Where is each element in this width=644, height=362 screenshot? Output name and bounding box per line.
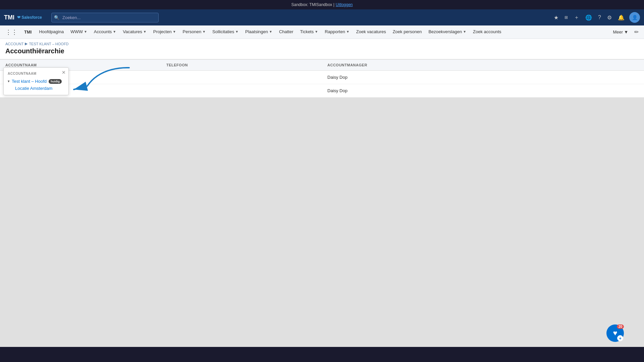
menu-item-zoek-accounts[interactable]: Zoek accounts (470, 25, 505, 39)
search-bar[interactable]: 🔍 (51, 13, 159, 22)
search-input[interactable] (51, 13, 159, 22)
notification-count-badge: 20 (617, 324, 624, 329)
breadcrumb-test-klant[interactable]: TEST KLANT – HOOFD (29, 42, 68, 46)
add-icon[interactable]: ＋ (573, 13, 581, 22)
col-header-accountmanager: ACCOUNTMANAGER (322, 60, 644, 71)
bottom-bar (0, 347, 644, 362)
menu-item-meer[interactable]: Meer ▼ (610, 28, 632, 36)
notification-fab[interactable]: ♥ + 20 (606, 324, 624, 342)
breadcrumb-separator: ▶ (25, 42, 28, 46)
grid-icon[interactable]: ⊞ (563, 14, 569, 21)
breadcrumb-bar: ACCOUNT ▶ TEST KLANT – HOOFD Accounthiër… (0, 39, 644, 59)
avatar[interactable]: 👤 (629, 12, 640, 23)
menu-item-personen[interactable]: Personen ▼ (179, 25, 209, 39)
chevron-down-icon: ▼ (173, 30, 176, 34)
breadcrumb: ACCOUNT ▶ TEST KLANT – HOOFD (5, 42, 639, 46)
col-header-telefoon: TELEFOON (161, 60, 322, 71)
menu-item-vacatures[interactable]: Vacatures ▼ (119, 25, 150, 39)
edit-nav-icon[interactable]: ✏ (632, 27, 641, 37)
chevron-down-icon: ▼ (113, 30, 116, 34)
menu-item-www[interactable]: WWW ▼ (67, 25, 91, 39)
plus-icon: + (617, 335, 623, 341)
cell-telefoon-1 (161, 71, 322, 84)
sandbox-text: Sandbox: TMISandbox | (291, 2, 334, 7)
close-icon[interactable]: ✕ (62, 70, 66, 75)
chevron-down-icon: ▼ (143, 30, 147, 34)
page-title: Accounthiërarchie (5, 46, 639, 58)
bell-icon[interactable]: 🔔 (616, 13, 626, 22)
menu-item-zoek-vacatures[interactable]: Zoek vacatures (353, 25, 389, 39)
settings-icon[interactable]: ⚙ (606, 13, 613, 22)
chevron-down-icon: ▾ (8, 79, 10, 83)
cell-accountmanager-2: Daisy Dop (322, 84, 644, 98)
salesforce-logo: ❤ Salesforce (17, 15, 42, 20)
menu-item-sollicitaties[interactable]: Sollicitaties ▼ (209, 25, 242, 39)
chevron-down-icon: ▼ (624, 29, 628, 35)
menu-item-zoek-personen[interactable]: Zoek personen (389, 25, 425, 39)
chevron-down-icon: ▼ (315, 30, 318, 34)
chevron-down-icon: ▼ (346, 30, 350, 34)
main-content: ACCOUNTNAAM TELEFOON ACCOUNTMANAGER Dais… (0, 59, 644, 362)
heart-icon: ♥ (613, 329, 617, 338)
globe-icon[interactable]: 🌐 (584, 13, 593, 22)
cell-accountmanager-1: Daisy Dop (322, 71, 644, 84)
hierarchy-popup-header: ACCOUNTNAAM (8, 72, 64, 75)
menu-item-chatter[interactable]: Chatter (276, 25, 297, 39)
hierarchy-child-item: Locatie Amsterdam (8, 86, 64, 91)
menu-item-rapporten[interactable]: Rapporten ▼ (321, 25, 353, 39)
hierarchy-parent-item: ▾ Test klant – Hoofd huidig (8, 79, 64, 84)
menu-item-accounts[interactable]: Accounts ▼ (91, 25, 119, 39)
menu-tmi-label[interactable]: TMI (20, 28, 36, 36)
menu-bar: ⋮⋮ TMI Hoofdpagina WWW ▼ Accounts ▼ Vaca… (0, 25, 644, 39)
menu-item-hoofdpagina[interactable]: Hoofdpagina (36, 25, 67, 39)
table-row: Daisy Dop (0, 84, 644, 98)
chevron-down-icon: ▼ (269, 30, 272, 34)
hierarchy-parent-link[interactable]: Test klant – Hoofd (12, 79, 47, 84)
breadcrumb-account[interactable]: ACCOUNT (5, 42, 23, 46)
menu-item-bezoekverslagen[interactable]: Bezoekverslagen ▼ (425, 25, 470, 39)
table-row: Daisy Dop (0, 71, 644, 84)
top-bar: Sandbox: TMISandbox | Uitloggen (0, 0, 644, 9)
huidig-badge: huidig (49, 79, 62, 84)
chevron-down-icon: ▼ (235, 30, 238, 34)
menu-item-projecten[interactable]: Projecten ▼ (150, 25, 179, 39)
help-icon[interactable]: ? (597, 13, 602, 22)
apps-icon[interactable]: ⋮⋮ (3, 27, 20, 37)
chevron-down-icon: ▼ (202, 30, 206, 34)
chevron-down-icon: ▼ (463, 30, 466, 34)
cell-telefoon-2 (161, 84, 322, 98)
logo-tmi: TMI (4, 14, 14, 21)
hierarchy-popup: ACCOUNTNAAM ✕ ▾ Test klant – Hoofd huidi… (3, 67, 69, 95)
hierarchy-child-link[interactable]: Locatie Amsterdam (15, 86, 52, 91)
menu-item-tickets[interactable]: Tickets ▼ (297, 25, 322, 39)
nav-icons: ★ ⊞ ＋ 🌐 ? ⚙ 🔔 👤 (552, 12, 640, 23)
table-header: ACCOUNTNAAM TELEFOON ACCOUNTMANAGER (0, 60, 644, 71)
favorites-icon[interactable]: ★ (552, 13, 560, 22)
menu-item-plaatsingen[interactable]: Plaatsingen ▼ (242, 25, 276, 39)
logo: TMI ❤ Salesforce (4, 14, 42, 21)
account-table: ACCOUNTNAAM TELEFOON ACCOUNTMANAGER Dais… (0, 60, 644, 98)
chevron-down-icon: ▼ (84, 30, 87, 34)
account-table-container: ACCOUNTNAAM TELEFOON ACCOUNTMANAGER Dais… (0, 59, 644, 98)
logout-link[interactable]: Uitloggen (336, 2, 353, 7)
search-icon: 🔍 (54, 15, 59, 20)
table-body: Daisy Dop Daisy Dop (0, 71, 644, 98)
nav-bar: TMI ❤ Salesforce 🔍 ★ ⊞ ＋ 🌐 ? ⚙ 🔔 👤 (0, 9, 644, 25)
